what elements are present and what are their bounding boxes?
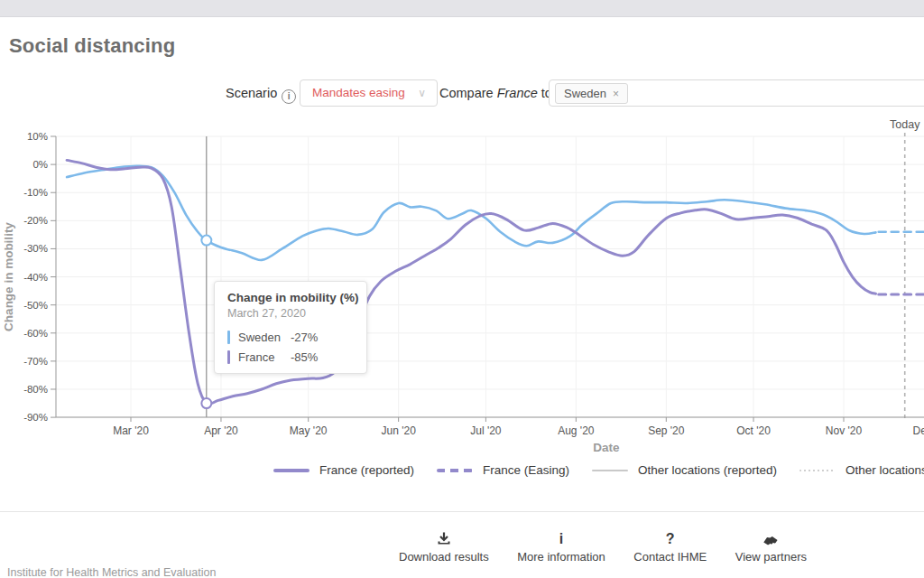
- view-partners-button[interactable]: View partners: [735, 529, 807, 564]
- y-tick-label: -30%: [23, 243, 48, 254]
- x-tick-label: Nov '20: [826, 424, 863, 437]
- series-line-france-reported-[interactable]: [67, 160, 875, 404]
- footer-label: View partners: [735, 550, 807, 564]
- tooltip-row-sweden: Sweden -27%: [227, 330, 360, 344]
- x-tick-label: Aug '20: [558, 424, 595, 437]
- footer-actions: Download results i More information ? Co…: [399, 529, 807, 564]
- x-tick-label: Jul '20: [470, 424, 502, 437]
- y-tick-label: -10%: [23, 187, 48, 198]
- tooltip-series-value: -85%: [291, 350, 318, 364]
- y-tick-label: -90%: [23, 412, 48, 423]
- tooltip-series-value: -27%: [291, 331, 318, 344]
- chart-tooltip: Change in mobility (%) March 27, 2020 Sw…: [214, 281, 367, 374]
- legend-item-other-reported: Other locations (reported): [592, 463, 777, 477]
- ihme-org-name: Institute for Health Metrics and Evaluat…: [7, 566, 216, 578]
- chart-legend: France (reported) France (Easing) Other …: [273, 463, 924, 477]
- france-color-bar: [227, 350, 230, 364]
- more-information-button[interactable]: i More information: [517, 529, 605, 564]
- x-axis-title: Date: [593, 441, 620, 454]
- legend-item-france-reported: France (reported): [273, 463, 414, 477]
- tooltip-series-name: Sweden: [238, 331, 291, 344]
- tooltip-title: Change in mobility (%): [227, 291, 360, 304]
- y-axis-title: Change in mobility: [2, 222, 15, 331]
- x-tick-label: Mar '20: [113, 424, 149, 437]
- legend-item-other-easing: Other locations (Easing): [799, 463, 924, 477]
- x-tick-label: Apr '20: [204, 424, 238, 437]
- footer-label: Download results: [399, 550, 489, 564]
- series-line-sweden-reported-[interactable]: [67, 166, 875, 260]
- question-icon: ?: [666, 529, 675, 547]
- contact-ihme-button[interactable]: ? Contact IHME: [633, 529, 707, 564]
- y-tick-label: -20%: [23, 215, 48, 226]
- x-tick-label: May '20: [290, 424, 328, 437]
- y-tick-label: -80%: [23, 384, 48, 395]
- download-results-button[interactable]: Download results: [399, 529, 489, 564]
- y-tick-label: -60%: [23, 328, 48, 339]
- legend-label: France (reported): [319, 463, 414, 477]
- footer-label: Contact IHME: [633, 550, 707, 564]
- today-label: Today: [890, 118, 920, 131]
- legend-item-france-easing: France (Easing): [437, 463, 569, 477]
- info-icon: i: [559, 529, 563, 547]
- footer-label: More information: [517, 550, 605, 564]
- legend-label: Other locations (reported): [638, 463, 777, 477]
- dotted-gray-line-swatch: [799, 470, 836, 471]
- tooltip-date: March 27, 2020: [227, 307, 360, 320]
- legend-label: France (Easing): [483, 463, 569, 477]
- tooltip-row-france: France -85%: [227, 350, 360, 364]
- legend-label: Other locations (Easing): [845, 463, 924, 477]
- download-icon: [436, 529, 452, 547]
- y-tick-label: 0%: [32, 159, 48, 170]
- section-divider: [0, 511, 924, 512]
- solid-gray-line-swatch: [592, 470, 628, 471]
- y-tick-label: -50%: [23, 300, 48, 311]
- x-tick-label: Oct '20: [736, 424, 771, 437]
- handshake-icon: [761, 529, 781, 547]
- tooltip-series-name: France: [238, 350, 291, 364]
- y-tick-label: -70%: [23, 356, 48, 367]
- sweden-color-bar: [227, 331, 230, 344]
- solid-purple-line-swatch: [273, 469, 310, 472]
- x-tick-label: Dec '20: [913, 424, 924, 437]
- hover-marker-france-reported-: [201, 398, 211, 408]
- y-tick-label: -40%: [23, 272, 48, 283]
- dashed-purple-line-swatch: [437, 469, 473, 472]
- mobility-chart[interactable]: Today10%0%-10%-20%-30%-40%-50%-60%-70%-8…: [0, 0, 924, 578]
- x-tick-label: Jun '20: [381, 424, 416, 437]
- hover-marker-sweden-reported-: [201, 236, 211, 246]
- y-tick-label: 10%: [27, 131, 48, 142]
- x-tick-label: Sep '20: [648, 424, 685, 437]
